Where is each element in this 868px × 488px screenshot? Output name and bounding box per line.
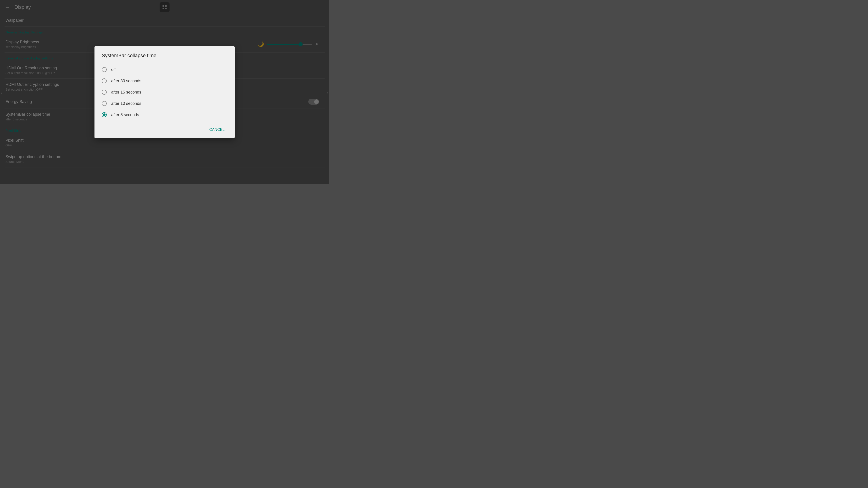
radio-circle-off: [102, 67, 107, 72]
radio-label-15s: after 15 seconds: [111, 90, 141, 95]
radio-label-off: off: [111, 67, 116, 72]
radio-option-off[interactable]: off: [102, 64, 227, 75]
radio-label-30s: after 30 seconds: [111, 78, 141, 84]
cancel-button[interactable]: CANCEL: [207, 126, 227, 133]
radio-label-5s: after 5 seconds: [111, 112, 139, 117]
radio-options-list: offafter 30 secondsafter 15 secondsafter…: [102, 64, 227, 121]
radio-option-5s[interactable]: after 5 seconds: [102, 109, 227, 121]
radio-circle-5s: [102, 112, 107, 117]
radio-circle-10s: [102, 101, 107, 106]
radio-label-10s: after 10 seconds: [111, 101, 141, 106]
dialog-actions: CANCEL: [102, 124, 227, 133]
systembar-dialog: SystemBar collapse time offafter 30 seco…: [94, 46, 235, 138]
radio-circle-15s: [102, 90, 107, 95]
radio-option-30s[interactable]: after 30 seconds: [102, 75, 227, 87]
dialog-title: SystemBar collapse time: [102, 53, 227, 59]
radio-circle-30s: [102, 78, 107, 84]
radio-option-15s[interactable]: after 15 seconds: [102, 87, 227, 98]
dialog-overlay: SystemBar collapse time offafter 30 seco…: [0, 0, 329, 184]
radio-option-10s[interactable]: after 10 seconds: [102, 98, 227, 109]
